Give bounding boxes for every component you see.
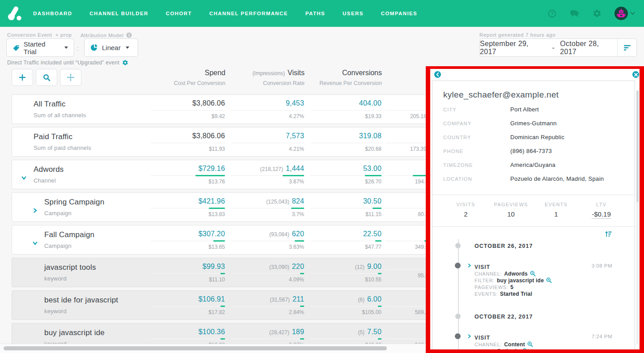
visits-header: Visits bbox=[288, 69, 305, 77]
note-gear-icon[interactable] bbox=[122, 60, 128, 66]
sort-ascending-icon[interactable] bbox=[605, 230, 612, 238]
cell-col2: (31,567)2112.84% bbox=[225, 295, 304, 315]
nav-item-paths[interactable]: PATHS bbox=[305, 11, 325, 16]
timeline-date: OCTOBER 26, 2017 bbox=[475, 243, 612, 249]
stat-value-wrap: 10 bbox=[488, 207, 534, 218]
field-label: CITY bbox=[443, 107, 510, 112]
app-logo-icon[interactable] bbox=[7, 5, 22, 21]
nav-item-cohort[interactable]: COHORT bbox=[166, 11, 192, 16]
chevron-down-icon[interactable] bbox=[32, 240, 38, 246]
date-end: October 28, 2017 bbox=[560, 40, 617, 56]
value-bar bbox=[378, 306, 381, 307]
back-button[interactable] bbox=[434, 71, 441, 78]
visit-time: 7:24 PM bbox=[592, 334, 612, 339]
cell-col3: 30.50$11.15 bbox=[304, 197, 381, 217]
date-dash: - bbox=[552, 44, 555, 52]
cell-main: (12)9.00 bbox=[310, 263, 381, 274]
value-bar bbox=[375, 240, 381, 242]
date-range-picker[interactable]: September 29, 2017 - October 28, 2017 bbox=[479, 38, 637, 57]
visit-detail-filter: FILTER:Outbrain bbox=[475, 348, 612, 349]
profile-field-city: CITYPort Albert bbox=[443, 106, 624, 120]
field-value: Port Albert bbox=[510, 106, 539, 113]
chevron-right-icon[interactable] bbox=[467, 334, 472, 339]
cell-main: (5)7.50 bbox=[310, 328, 381, 339]
value-bar bbox=[300, 306, 304, 307]
spend-header: Spend bbox=[151, 69, 225, 77]
impressions-header: (Impressions) bbox=[252, 70, 285, 77]
search-button[interactable] bbox=[36, 69, 57, 86]
detail-label: CHANNEL: bbox=[475, 271, 502, 276]
row-type-label: Sum of paid channels bbox=[34, 145, 144, 151]
close-button[interactable] bbox=[632, 71, 639, 78]
chat-icon[interactable] bbox=[569, 9, 580, 18]
value-bar bbox=[195, 175, 225, 176]
filter-bar: Conversion Event + prop Attribution Mode… bbox=[0, 27, 644, 66]
cell-sub-value: $13.76 bbox=[151, 176, 225, 185]
zoom-in-icon[interactable] bbox=[530, 271, 536, 276]
column-header-conversions[interactable]: Conversions Revenue Per Conversion bbox=[305, 69, 382, 86]
revenue-per-conversion-header: Revenue Per Conversion bbox=[311, 80, 382, 86]
column-header-visits[interactable]: (Impressions)Visits Conversion Rate bbox=[225, 69, 305, 86]
nav-item-channel-builder[interactable]: CHANNEL BUILDER bbox=[89, 11, 148, 16]
zoom-in-icon[interactable] bbox=[522, 348, 528, 349]
stat-value[interactable]: -$0.19 bbox=[592, 210, 611, 219]
cell-main-value: $100.36 bbox=[199, 328, 225, 336]
conversion-event-dropdown[interactable]: Started Trial bbox=[6, 38, 74, 57]
profile-field-phone: PHONE(896) 864-7373 bbox=[443, 148, 624, 162]
chevron-right-icon[interactable] bbox=[467, 263, 472, 268]
profile-field-company: COMPANYGrimes-Gutmann bbox=[443, 120, 624, 134]
cell-sub-value: 4.27% bbox=[231, 111, 304, 119]
help-icon[interactable]: ? bbox=[548, 9, 556, 18]
report-generated-label: Report generated 7 hours ago bbox=[479, 32, 555, 38]
cell-main: $307.20 bbox=[151, 230, 225, 241]
settings-gear-icon[interactable] bbox=[593, 9, 602, 18]
cell-main-value: 211 bbox=[292, 295, 304, 303]
horizontal-scrollbar-thumb[interactable] bbox=[4, 346, 387, 350]
column-header-spend[interactable]: Spend Cost Per Conversion bbox=[145, 69, 225, 86]
move-columns-button[interactable] bbox=[60, 69, 81, 86]
cell-sub-value: $11.15 bbox=[310, 208, 381, 217]
value-bar bbox=[220, 273, 225, 274]
row-type-label: keyword bbox=[44, 275, 144, 282]
timeline-date: OCTOBER 22, 2017 bbox=[475, 314, 612, 320]
cell-count-prefix: (12) bbox=[355, 264, 364, 270]
field-value: America/Guyana bbox=[510, 162, 555, 168]
nav-item-companies[interactable]: COMPANIES bbox=[381, 11, 417, 16]
row-title: All Traffic bbox=[34, 100, 144, 109]
account-menu[interactable] bbox=[614, 7, 635, 20]
close-icon bbox=[634, 73, 638, 77]
add-prop-link[interactable]: + prop bbox=[55, 32, 72, 38]
cell-sub-value: $13.65 bbox=[151, 241, 225, 250]
visit-detail-filter: FILTER:buy javascript ide bbox=[475, 277, 612, 284]
value-bar bbox=[209, 208, 225, 209]
timeline-visit[interactable]: VISIT3:08 PMCHANNEL:AdwordsFILTER:buy ja… bbox=[475, 263, 612, 298]
nav-item-users[interactable]: USERS bbox=[343, 11, 364, 16]
timeline-visit[interactable]: VISIT7:24 PMCHANNEL:ContentFILTER:Outbra… bbox=[475, 333, 612, 349]
date-filter-button[interactable] bbox=[617, 39, 636, 56]
field-value: Grimes-Gutmann bbox=[510, 120, 557, 127]
visit-time: 3:08 PM bbox=[592, 263, 612, 268]
visit-title: VISIT bbox=[475, 264, 490, 270]
nav-item-dashboard[interactable]: DASHBOARD bbox=[33, 11, 72, 16]
cell-count-prefix: (93,084) bbox=[269, 231, 289, 238]
nav-item-channel-performance[interactable]: CHANNEL PERFORMANCE bbox=[209, 11, 288, 16]
chevron-right-icon[interactable] bbox=[32, 208, 38, 213]
cell-sub-value: $10.55 bbox=[310, 274, 381, 283]
add-button[interactable] bbox=[12, 69, 33, 86]
attribution-model-dropdown[interactable]: Linear bbox=[84, 38, 138, 57]
timeline-date-text: OCTOBER 26, 2017 bbox=[475, 243, 533, 249]
value-bar bbox=[220, 306, 225, 307]
cell-main: $3,806.06 bbox=[151, 132, 225, 143]
cell-main-value: 53.00 bbox=[363, 165, 381, 172]
zoom-in-icon[interactable] bbox=[527, 341, 533, 347]
panel-scrollbar-thumb[interactable] bbox=[636, 90, 639, 202]
row-type-label: Sum of all channels bbox=[34, 112, 144, 119]
chevron-down-icon[interactable] bbox=[21, 175, 27, 181]
cell-main-value: 220 bbox=[292, 263, 304, 270]
zoom-in-icon[interactable] bbox=[546, 277, 552, 283]
cell-main: (125,043)824 bbox=[231, 197, 304, 208]
timeline-date-dot bbox=[455, 314, 461, 319]
cell-main-value: 1,444 bbox=[286, 165, 304, 172]
search-icon bbox=[43, 74, 51, 81]
info-icon[interactable] bbox=[126, 32, 132, 38]
